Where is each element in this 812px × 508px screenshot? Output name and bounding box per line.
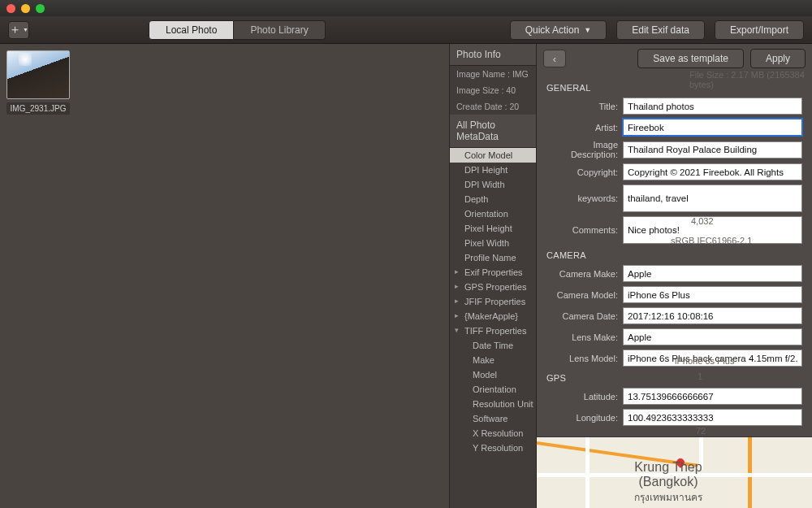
meta-item[interactable]: Depth xyxy=(450,192,536,206)
meta-group[interactable]: GPS Properties xyxy=(450,280,536,294)
camera-date-input[interactable] xyxy=(623,307,802,324)
lens-make-input[interactable] xyxy=(623,328,802,345)
tab-photo-library[interactable]: Photo Library xyxy=(234,20,325,40)
latitude-label: Latitude: xyxy=(546,392,623,402)
caret-down-icon: ▼ xyxy=(584,26,591,34)
photo-thumbnail[interactable]: IMG_2931.JPG xyxy=(6,50,70,115)
add-button[interactable]: ＋▼ xyxy=(8,21,29,39)
create-date-row: Create Date : 20 xyxy=(450,98,536,115)
meta-item[interactable]: Date Time xyxy=(450,338,536,353)
apply-button[interactable]: Apply xyxy=(750,49,806,68)
back-button[interactable]: ‹ xyxy=(543,50,566,67)
minimize-window-icon[interactable] xyxy=(21,4,30,13)
camera-make-input[interactable] xyxy=(623,265,802,282)
chevron-left-icon: ‹ xyxy=(553,53,556,65)
section-gps: GPS xyxy=(546,373,802,383)
meta-item[interactable]: Orientation xyxy=(450,206,536,221)
thumbnail-filename: IMG_2931.JPG xyxy=(6,102,70,115)
title-input[interactable] xyxy=(623,98,802,115)
comments-label: Comments: xyxy=(546,225,623,235)
meta-item[interactable]: Pixel Height xyxy=(450,221,536,236)
image-size-row: Image Size : 40 xyxy=(450,82,536,98)
copyright-input[interactable] xyxy=(623,163,802,180)
camera-model-input[interactable] xyxy=(623,286,802,303)
map-city-label: Krung Thep (Bangkok) กรุงเทพมหานคร xyxy=(634,460,702,505)
title-label: Title: xyxy=(546,102,623,111)
meta-group[interactable]: JFIF Properties xyxy=(450,294,536,309)
description-label: Image Description: xyxy=(546,140,623,159)
meta-item[interactable]: Y Resolution xyxy=(450,441,536,455)
copyright-label: Copyright: xyxy=(546,167,623,177)
dropdown-caret-icon: ▼ xyxy=(23,27,28,33)
thumbnail-grid[interactable]: IMG_2931.JPG xyxy=(0,44,449,508)
section-camera: CAMERA xyxy=(546,250,802,260)
meta-item[interactable]: Software xyxy=(450,411,536,426)
title-bar xyxy=(0,0,812,16)
toolbar: ＋▼ Local Photo Photo Library Quick Actio… xyxy=(0,16,812,44)
meta-item[interactable]: X Resolution xyxy=(450,426,536,441)
metadata-header: All Photo MetaData xyxy=(450,115,536,148)
close-window-icon[interactable] xyxy=(6,4,15,13)
meta-item[interactable]: DPI Width xyxy=(450,177,536,192)
save-template-button[interactable]: Save as template xyxy=(637,49,744,68)
photo-info-header: Photo Info xyxy=(450,44,536,66)
camera-model-label: Camera Model: xyxy=(546,290,623,300)
lens-make-label: Lens Make: xyxy=(546,332,623,342)
meta-group[interactable]: TIFF Properties xyxy=(450,323,536,338)
artist-input[interactable] xyxy=(623,119,802,136)
lens-model-label: Lens Model: xyxy=(546,354,623,363)
artist-label: Artist: xyxy=(546,123,623,132)
latitude-input[interactable] xyxy=(623,388,802,405)
keywords-input[interactable] xyxy=(623,185,802,212)
edit-panel: File Size : 2.17 MB (2165384 bytes) 4,03… xyxy=(536,44,812,508)
meta-item[interactable]: Model xyxy=(450,367,536,382)
tab-local-photo[interactable]: Local Photo xyxy=(149,20,234,40)
photo-source-tabs: Local Photo Photo Library xyxy=(149,20,326,40)
meta-item[interactable]: Profile Name xyxy=(450,250,536,265)
export-import-button[interactable]: Export/Import xyxy=(715,20,804,40)
section-general: GENERAL xyxy=(546,83,802,93)
location-map[interactable]: Krung Thep (Bangkok) กรุงเทพมหานคร xyxy=(537,436,812,508)
meta-item[interactable]: Pixel Width xyxy=(450,236,536,250)
meta-group[interactable]: {MakerApple} xyxy=(450,309,536,323)
longitude-label: Longitude: xyxy=(546,413,623,423)
image-name-row: Image Name : IMG xyxy=(450,66,536,82)
meta-item[interactable]: Color Model xyxy=(450,148,536,163)
description-input[interactable] xyxy=(623,141,802,158)
keywords-label: keywords: xyxy=(546,193,623,203)
meta-item[interactable]: Resolution Unit xyxy=(450,397,536,411)
maximize-window-icon[interactable] xyxy=(36,4,45,13)
comments-input[interactable] xyxy=(623,216,802,244)
meta-item[interactable]: Orientation xyxy=(450,382,536,397)
quick-action-button[interactable]: Quick Action▼ xyxy=(510,20,607,40)
thumbnail-image xyxy=(6,50,70,99)
lens-model-input[interactable] xyxy=(623,350,802,367)
camera-make-label: Camera Make: xyxy=(546,269,623,279)
meta-group[interactable]: Exif Properties xyxy=(450,265,536,280)
meta-item[interactable]: DPI Height xyxy=(450,163,536,177)
camera-date-label: Camera Date: xyxy=(546,311,623,321)
meta-item[interactable]: Make xyxy=(450,353,536,367)
longitude-input[interactable] xyxy=(623,409,802,426)
metadata-tree[interactable]: Color ModelDPI HeightDPI WidthDepthOrien… xyxy=(450,148,536,455)
edit-exif-button[interactable]: Edit Exif data xyxy=(616,20,705,40)
info-panel: Photo Info Image Name : IMG Image Size :… xyxy=(449,44,536,508)
